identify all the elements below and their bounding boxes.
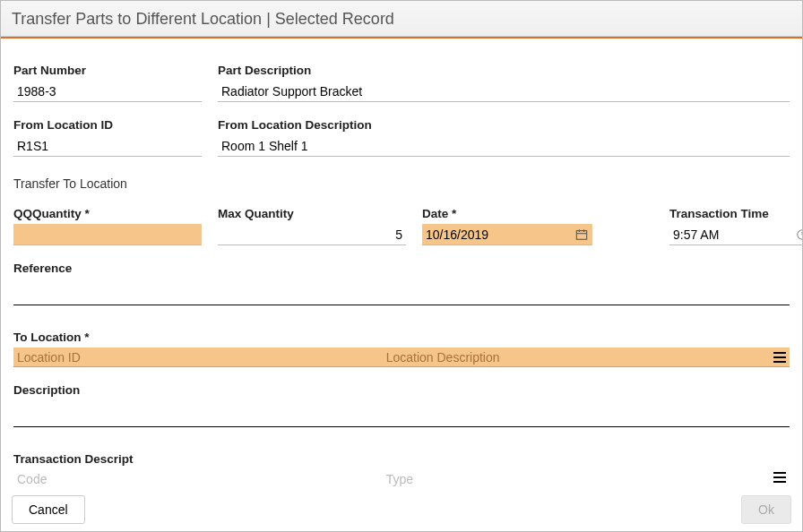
row-quantity-date: QQQuantity * Max Quantity Date * Transac… bbox=[13, 207, 790, 245]
dialog-title: Transfer Parts to Different Location | S… bbox=[1, 1, 802, 37]
field-quantity: QQQuantity * bbox=[13, 207, 202, 245]
label-quantity: QQQuantity * bbox=[13, 207, 202, 220]
field-date: Date * bbox=[422, 207, 592, 245]
ok-button[interactable]: Ok bbox=[741, 495, 791, 524]
input-part-number[interactable] bbox=[13, 81, 202, 102]
field-transaction-descript: Transaction Descript Code Type bbox=[13, 452, 790, 487]
dialog-footer: Cancel Ok bbox=[1, 487, 802, 531]
input-quantity[interactable] bbox=[13, 224, 202, 245]
to-location-col-desc: Location Description bbox=[386, 350, 772, 365]
cancel-button[interactable]: Cancel bbox=[12, 495, 85, 524]
clock-icon[interactable] bbox=[795, 227, 802, 242]
label-description: Description bbox=[13, 383, 790, 397]
input-max-quantity[interactable] bbox=[218, 224, 406, 245]
input-date[interactable] bbox=[422, 224, 592, 245]
field-max-quantity: Max Quantity bbox=[218, 207, 406, 245]
label-part-description: Part Description bbox=[218, 64, 790, 77]
menu-icon[interactable] bbox=[772, 349, 788, 365]
menu-icon[interactable] bbox=[772, 469, 788, 485]
field-part-number: Part Number bbox=[13, 64, 202, 102]
input-transaction-time[interactable] bbox=[669, 224, 802, 245]
row-from-location: From Location ID From Location Descripti… bbox=[13, 118, 790, 157]
svg-rect-0 bbox=[576, 231, 586, 240]
input-description[interactable] bbox=[13, 406, 790, 427]
calendar-icon[interactable] bbox=[574, 227, 589, 242]
field-reference: Reference bbox=[13, 262, 790, 305]
label-reference: Reference bbox=[13, 262, 790, 275]
tx-descript-col-type: Type bbox=[386, 472, 772, 486]
svg-point-4 bbox=[798, 230, 802, 240]
input-part-description[interactable] bbox=[218, 81, 790, 102]
dialog-window: Transfer Parts to Different Location | S… bbox=[0, 0, 803, 532]
dialog-body[interactable]: Part Number Part Description From Locati… bbox=[1, 39, 802, 487]
label-from-location-description: From Location Description bbox=[218, 118, 790, 132]
label-max-quantity: Max Quantity bbox=[218, 207, 406, 220]
to-location-lookup-row[interactable]: Location ID Location Description bbox=[13, 348, 790, 367]
field-transaction-time: Transaction Time bbox=[669, 207, 802, 245]
label-part-number: Part Number bbox=[13, 64, 202, 77]
field-from-location-description: From Location Description bbox=[218, 118, 790, 157]
section-transfer-to: Transfer To Location bbox=[13, 176, 790, 191]
input-from-location-description[interactable] bbox=[218, 135, 790, 157]
label-date: Date * bbox=[422, 207, 592, 220]
field-to-location: To Location * Location ID Location Descr… bbox=[13, 330, 790, 367]
label-to-location: To Location * bbox=[13, 330, 790, 344]
to-location-col-id: Location ID bbox=[13, 350, 386, 365]
label-from-location-id: From Location ID bbox=[13, 118, 202, 132]
field-from-location-id: From Location ID bbox=[13, 118, 202, 157]
input-from-location-id[interactable] bbox=[13, 135, 202, 157]
label-transaction-descript: Transaction Descript bbox=[13, 452, 790, 466]
input-reference[interactable] bbox=[13, 284, 790, 305]
label-transaction-time: Transaction Time bbox=[669, 207, 802, 220]
field-part-description: Part Description bbox=[218, 64, 790, 102]
transaction-descript-lookup-row[interactable]: Code Type bbox=[13, 469, 790, 487]
field-description: Description bbox=[13, 383, 790, 427]
row-part: Part Number Part Description bbox=[13, 64, 790, 102]
tx-descript-col-code: Code bbox=[13, 472, 386, 486]
